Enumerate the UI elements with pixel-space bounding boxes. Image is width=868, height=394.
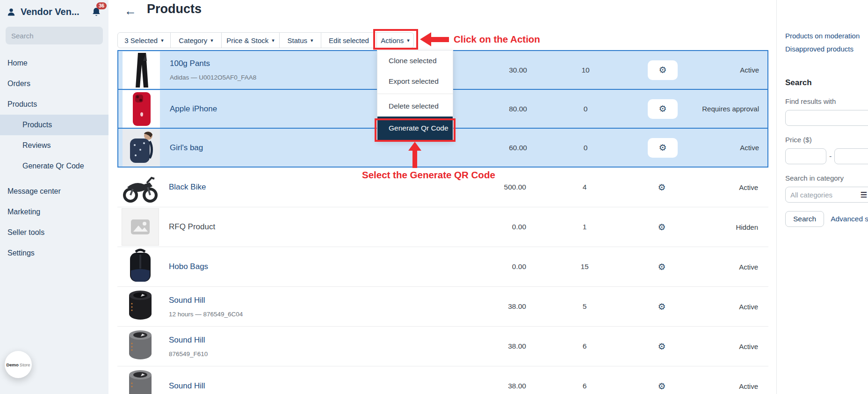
search-side-panel: Products on moderation Disapproved produ… — [776, 0, 868, 394]
product-thumbnail-gray-speaker — [122, 367, 159, 394]
selected-count-dropdown[interactable]: 3 Selected▾ — [117, 32, 171, 48]
product-thumbnail-pants — [123, 51, 160, 89]
product-subtitle: 12 hours — 876549_6C04 — [169, 311, 394, 318]
search-panel-heading: Search — [785, 78, 868, 88]
product-quantity: 6 — [583, 382, 587, 390]
annotation-arrow-left-icon — [420, 32, 431, 46]
product-cell: Black Bike — [169, 182, 394, 192]
sidebar-item-marketing[interactable]: Marketing — [0, 202, 108, 222]
nav-spacer — [0, 176, 108, 181]
product-status: Active — [739, 343, 768, 350]
sidebar-search[interactable] — [6, 27, 103, 44]
sidebar-subitem-products[interactable]: Products — [0, 115, 108, 135]
product-thumbnail-iphone — [123, 90, 160, 128]
search-actions-row: Search Advanced search — [785, 211, 868, 227]
sidebar-subitem-reviews[interactable]: Reviews — [0, 135, 108, 156]
product-price: 38.00 — [508, 302, 526, 311]
chevron-down-icon: ▾ — [210, 37, 213, 44]
table-row[interactable]: Sound Hill12 hours — 876549_6C04 38.00 5… — [117, 287, 768, 327]
bulk-toolbar: 3 Selected▾ Category▾ Price & Stock▾ Sta… — [117, 32, 414, 48]
sidebar-search-input[interactable] — [11, 32, 104, 40]
menu-divider — [377, 94, 453, 94]
menu-item-export-selected[interactable]: Export selected — [377, 71, 453, 92]
product-name-link[interactable]: 100g Pants — [170, 59, 395, 68]
notification-bell[interactable]: 36 — [92, 7, 101, 17]
edit-selected-button[interactable]: Edit selected — [321, 32, 377, 48]
row-settings-gear-button[interactable]: ⚙ — [647, 217, 677, 237]
chevron-down-icon: ▾ — [407, 37, 410, 44]
row-settings-gear-button[interactable]: ⚙ — [647, 376, 677, 394]
back-arrow-icon[interactable]: ← — [124, 4, 137, 18]
product-quantity: 10 — [581, 66, 589, 74]
status-filter-dropdown[interactable]: Status▾ — [279, 32, 321, 48]
product-name-link[interactable]: Girl's bag — [170, 143, 395, 153]
no-image-placeholder-icon — [122, 208, 159, 246]
notification-badge: 36 — [96, 2, 107, 9]
status-filter-label: Status — [287, 36, 307, 44]
product-status: Active — [740, 144, 769, 152]
price-stock-filter-dropdown[interactable]: Price & Stock▾ — [221, 32, 280, 48]
product-cell: 100g PantsAdidas — U0012O5AF0_FAA8 — [170, 59, 395, 81]
row-settings-gear-button[interactable]: ⚙ — [648, 138, 678, 158]
find-results-input[interactable] — [785, 110, 868, 126]
category-select[interactable]: All categories ☰ — [785, 187, 868, 203]
product-name-link[interactable]: Sound Hill — [169, 336, 394, 345]
product-thumbnail-gray-speaker — [122, 328, 159, 365]
advanced-search-link[interactable]: Advanced search — [831, 215, 868, 223]
logo-text-bold: Demo — [6, 362, 18, 367]
product-name-link[interactable]: Apple iPhone — [170, 104, 395, 114]
price-label: Price ($) — [785, 136, 868, 144]
sidebar-item-orders[interactable]: Orders — [0, 73, 108, 94]
product-status: Requires approval — [702, 105, 769, 113]
category-label: Search in category — [785, 174, 868, 182]
category-filter-dropdown[interactable]: Category▾ — [170, 32, 222, 48]
menu-item-clone-selected[interactable]: Clone selected — [377, 51, 453, 71]
demo-store-logo[interactable]: Demo Store — [5, 351, 32, 378]
row-settings-gear-button[interactable]: ⚙ — [648, 99, 678, 119]
row-settings-gear-button[interactable]: ⚙ — [647, 257, 677, 277]
product-name-link[interactable]: Hobo Bags — [169, 262, 394, 271]
actions-dropdown-button[interactable]: Actions▾ — [376, 32, 414, 48]
price-min-input[interactable] — [785, 148, 826, 164]
product-cell: Hobo Bags — [169, 262, 394, 271]
sidebar: Vendor Ven... 36 Home Orders Products Pr… — [0, 0, 108, 394]
table-row[interactable]: Sound Hill876549_F610 38.00 6 ⚙ Active — [117, 327, 768, 366]
product-name-link[interactable]: Sound Hill — [169, 381, 394, 391]
sidebar-item-products[interactable]: Products — [0, 94, 108, 115]
product-name-link[interactable]: RFQ Product — [169, 222, 394, 232]
row-settings-gear-button[interactable]: ⚙ — [648, 60, 678, 80]
link-disapproved-products[interactable]: Disapproved products — [785, 45, 868, 53]
product-subtitle: 876549_F610 — [169, 350, 394, 358]
page-title: Products — [147, 2, 202, 16]
sidebar-item-message-center[interactable]: Message center — [0, 181, 108, 202]
product-price: 38.00 — [508, 382, 526, 390]
sidebar-subitem-generate-qr-code[interactable]: Generate Qr Code — [0, 156, 108, 176]
menu-item-generate-qr-code[interactable]: Generate Qr Code — [377, 117, 453, 140]
link-products-on-moderation[interactable]: Products on moderation — [785, 32, 868, 40]
row-settings-gear-button[interactable]: ⚙ — [647, 297, 677, 316]
product-quantity: 6 — [583, 342, 587, 350]
row-settings-gear-button[interactable]: ⚙ — [647, 177, 677, 197]
product-cell: Sound Hill12 hours — 876549_6C04 — [169, 296, 394, 318]
product-thumbnail-hobo-bag — [122, 248, 159, 285]
annotation-arrow-up-icon — [408, 142, 421, 151]
search-submit-button[interactable]: Search — [785, 211, 824, 227]
table-row[interactable]: Sound Hill 38.00 6 ⚙ Active — [117, 366, 768, 394]
price-max-input[interactable] — [834, 148, 868, 164]
vendor-profile[interactable]: Vendor Ven... 36 — [0, 0, 108, 17]
product-price: 60.00 — [509, 144, 527, 152]
product-quantity: 4 — [583, 183, 587, 191]
product-quantity: 0 — [584, 144, 588, 152]
person-icon — [7, 7, 16, 17]
price-range-row: - — [785, 148, 868, 164]
sidebar-item-settings[interactable]: Settings — [0, 243, 108, 263]
row-settings-gear-button[interactable]: ⚙ — [647, 336, 677, 356]
actions-label: Actions — [381, 36, 404, 44]
sidebar-item-seller-tools[interactable]: Seller tools — [0, 222, 108, 243]
product-name-link[interactable]: Black Bike — [169, 182, 394, 192]
table-row[interactable]: Hobo Bags 0.00 15 ⚙ Active — [117, 247, 768, 287]
table-row[interactable]: RFQ Product 0.00 1 ⚙ Hidden — [117, 207, 768, 247]
sidebar-item-home[interactable]: Home — [0, 53, 108, 73]
menu-item-delete-selected[interactable]: Delete selected — [377, 96, 453, 117]
product-name-link[interactable]: Sound Hill — [169, 296, 394, 305]
